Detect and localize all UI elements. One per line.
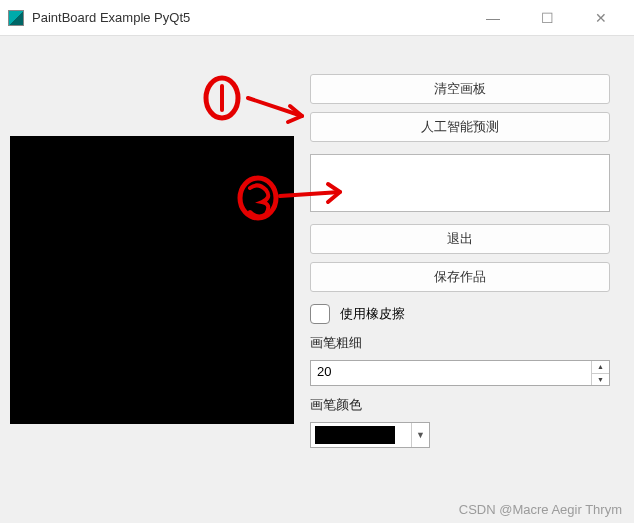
client-area: 清空画板 人工智能预测 退出 保存作品 使用橡皮擦 画笔粗细 20 ▲ ▼ 画笔… bbox=[0, 36, 634, 523]
maximize-button[interactable]: ☐ bbox=[532, 6, 562, 30]
controls-panel: 清空画板 人工智能预测 退出 保存作品 使用橡皮擦 画笔粗细 20 ▲ ▼ 画笔… bbox=[310, 74, 610, 448]
spin-down-icon[interactable]: ▼ bbox=[592, 374, 609, 386]
chevron-down-icon[interactable]: ▼ bbox=[411, 423, 429, 447]
quit-button[interactable]: 退出 bbox=[310, 224, 610, 254]
spin-up-icon[interactable]: ▲ bbox=[592, 361, 609, 374]
eraser-checkbox[interactable] bbox=[310, 304, 330, 324]
thickness-value[interactable]: 20 bbox=[311, 361, 591, 385]
window-title: PaintBoard Example PyQt5 bbox=[32, 10, 478, 25]
save-button[interactable]: 保存作品 bbox=[310, 262, 610, 292]
window-controls: — ☐ ✕ bbox=[478, 6, 616, 30]
color-label: 画笔颜色 bbox=[310, 396, 610, 414]
color-combobox[interactable]: ▼ bbox=[310, 422, 430, 448]
ai-predict-button[interactable]: 人工智能预测 bbox=[310, 112, 610, 142]
prediction-output bbox=[310, 154, 610, 212]
svg-point-0 bbox=[206, 78, 238, 118]
app-icon bbox=[8, 10, 24, 26]
thickness-spinbox[interactable]: 20 ▲ ▼ bbox=[310, 360, 610, 386]
color-swatch bbox=[315, 426, 395, 444]
paint-canvas[interactable] bbox=[10, 136, 294, 424]
minimize-button[interactable]: — bbox=[478, 6, 508, 30]
watermark: CSDN @Macre Aegir Thrym bbox=[459, 502, 622, 517]
spin-buttons: ▲ ▼ bbox=[591, 361, 609, 385]
clear-canvas-button[interactable]: 清空画板 bbox=[310, 74, 610, 104]
thickness-label: 画笔粗细 bbox=[310, 334, 610, 352]
eraser-label: 使用橡皮擦 bbox=[340, 305, 405, 323]
eraser-row: 使用橡皮擦 bbox=[310, 304, 610, 324]
close-button[interactable]: ✕ bbox=[586, 6, 616, 30]
titlebar: PaintBoard Example PyQt5 — ☐ ✕ bbox=[0, 0, 634, 36]
